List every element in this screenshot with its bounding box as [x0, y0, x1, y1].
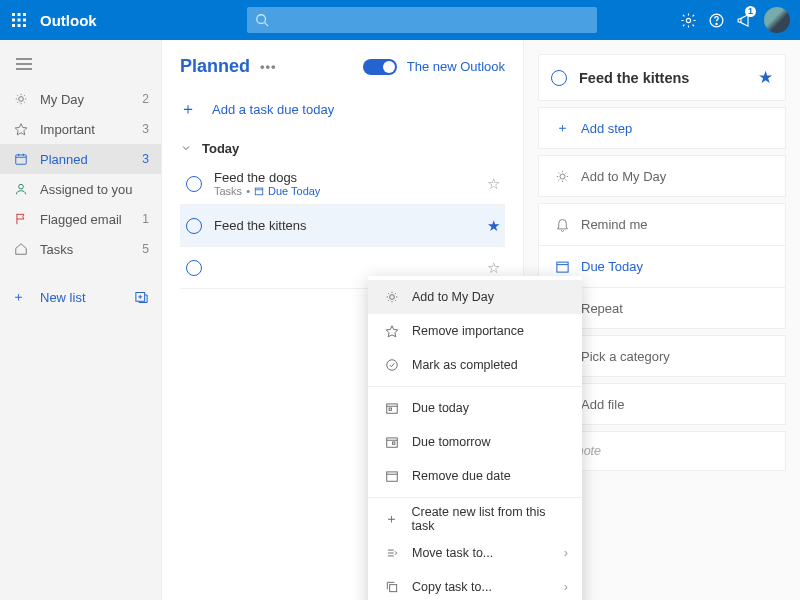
add-task-label: Add a task due today [212, 102, 334, 117]
chevron-right-icon: › [564, 546, 568, 560]
svg-rect-5 [23, 19, 26, 22]
svg-rect-30 [387, 404, 398, 413]
sidebar-item-label: Important [40, 122, 142, 137]
app-header: Outlook 1 [0, 0, 800, 40]
calendar-remove-icon [382, 469, 402, 483]
menu-remove-due[interactable]: Remove due date [368, 459, 582, 493]
sidebar-item-count: 2 [142, 92, 149, 106]
new-list-label: New list [40, 290, 86, 305]
menu-due-tomorrow[interactable]: Due tomorrow [368, 425, 582, 459]
task-row[interactable]: Feed the dogs Tasks• Due Today ☆ [180, 163, 505, 205]
svg-rect-6 [12, 24, 15, 27]
home-icon [12, 242, 30, 256]
star-button[interactable]: ☆ [481, 175, 505, 193]
sun-icon [12, 92, 30, 106]
sidebar-item-planned[interactable]: Planned 3 [0, 144, 161, 174]
sidebar-item-count: 5 [142, 242, 149, 256]
svg-rect-8 [23, 24, 26, 27]
add-task-button[interactable]: ＋ Add a task due today [180, 91, 505, 127]
toggle-label: The new Outlook [407, 59, 505, 74]
group-header-today[interactable]: Today [180, 133, 505, 163]
detail-header[interactable]: Feed the kittens ★ [538, 54, 786, 101]
star-button[interactable]: ★ [481, 217, 505, 235]
svg-rect-36 [387, 472, 398, 481]
sidebar-item-tasks[interactable]: Tasks 5 [0, 234, 161, 264]
svg-rect-2 [23, 13, 26, 16]
megaphone-icon[interactable]: 1 [730, 0, 758, 40]
flag-icon [12, 212, 30, 226]
hamburger-icon[interactable] [0, 52, 161, 84]
star-button[interactable]: ☆ [481, 259, 505, 277]
avatar[interactable] [764, 7, 790, 33]
svg-rect-7 [18, 24, 21, 27]
menu-copy-task[interactable]: Copy task to... › [368, 570, 582, 600]
star-icon [12, 122, 30, 136]
calendar-tomorrow-icon [382, 435, 402, 449]
sidebar-item-assigned[interactable]: Assigned to you [0, 174, 161, 204]
plus-icon: ＋ [551, 119, 573, 137]
menu-remove-importance[interactable]: Remove importance [368, 314, 582, 348]
star-button[interactable]: ★ [758, 67, 773, 88]
complete-checkbox[interactable] [551, 70, 567, 86]
new-outlook-toggle[interactable] [363, 59, 397, 75]
svg-rect-1 [18, 13, 21, 16]
list-options-button[interactable]: ••• [260, 59, 277, 74]
svg-marker-18 [15, 124, 27, 135]
sidebar: My Day 2 Important 3 Planned 3 Assigned … [0, 40, 162, 600]
svg-rect-32 [389, 408, 391, 410]
task-row[interactable]: Feed the kittens ★ [180, 205, 505, 247]
notification-badge: 1 [745, 6, 756, 17]
sidebar-item-count: 1 [142, 212, 149, 226]
svg-point-29 [387, 360, 398, 371]
complete-checkbox[interactable] [186, 260, 202, 276]
sidebar-item-count: 3 [142, 152, 149, 166]
brand-label: Outlook [40, 12, 97, 29]
sidebar-item-label: My Day [40, 92, 142, 107]
bell-icon [551, 217, 573, 232]
menu-mark-completed[interactable]: Mark as completed [368, 348, 582, 382]
copy-icon [382, 580, 402, 594]
chevron-down-icon [180, 142, 202, 154]
new-group-icon[interactable] [134, 290, 149, 305]
sidebar-item-label: Tasks [40, 242, 142, 257]
svg-rect-40 [556, 262, 567, 272]
task-context-menu: Add to My Day Remove importance Mark as … [368, 276, 582, 600]
sidebar-item-my-day[interactable]: My Day 2 [0, 84, 161, 114]
add-to-my-day-button[interactable]: Add to My Day [538, 155, 786, 197]
svg-rect-4 [18, 19, 21, 22]
svg-rect-33 [387, 438, 398, 447]
sidebar-item-count: 3 [142, 122, 149, 136]
svg-rect-25 [255, 188, 263, 195]
app-launcher-icon[interactable] [10, 11, 28, 29]
sidebar-item-label: Flagged email [40, 212, 142, 227]
sidebar-item-label: Planned [40, 152, 142, 167]
add-step-button[interactable]: ＋ Add step [538, 107, 786, 149]
settings-icon[interactable] [674, 0, 702, 40]
menu-move-task[interactable]: Move task to... › [368, 536, 582, 570]
chevron-right-icon: › [564, 580, 568, 594]
remind-me-button[interactable]: Remind me [538, 203, 786, 245]
detail-title: Feed the kittens [579, 70, 758, 86]
svg-point-13 [715, 23, 716, 24]
task-title: Feed the dogs [214, 170, 481, 185]
plus-icon: ＋ [180, 99, 202, 120]
menu-due-today[interactable]: Due today [368, 391, 582, 425]
svg-rect-0 [12, 13, 15, 16]
search-input[interactable] [247, 7, 597, 33]
sun-icon [551, 169, 573, 184]
plus-icon: ＋ [382, 511, 402, 528]
sidebar-item-flagged[interactable]: Flagged email 1 [0, 204, 161, 234]
new-list-button[interactable]: ＋ New list [0, 280, 161, 314]
svg-line-10 [264, 23, 268, 27]
help-icon[interactable] [702, 0, 730, 40]
task-title: Feed the kittens [214, 218, 481, 233]
menu-add-my-day[interactable]: Add to My Day [368, 280, 582, 314]
calendar-today-icon [382, 401, 402, 415]
sidebar-item-important[interactable]: Important 3 [0, 114, 161, 144]
complete-checkbox[interactable] [186, 176, 202, 192]
svg-rect-38 [390, 585, 397, 592]
move-icon [382, 546, 402, 560]
sidebar-item-label: Assigned to you [40, 182, 149, 197]
menu-create-list[interactable]: ＋ Create new list from this task [368, 502, 582, 536]
complete-checkbox[interactable] [186, 218, 202, 234]
